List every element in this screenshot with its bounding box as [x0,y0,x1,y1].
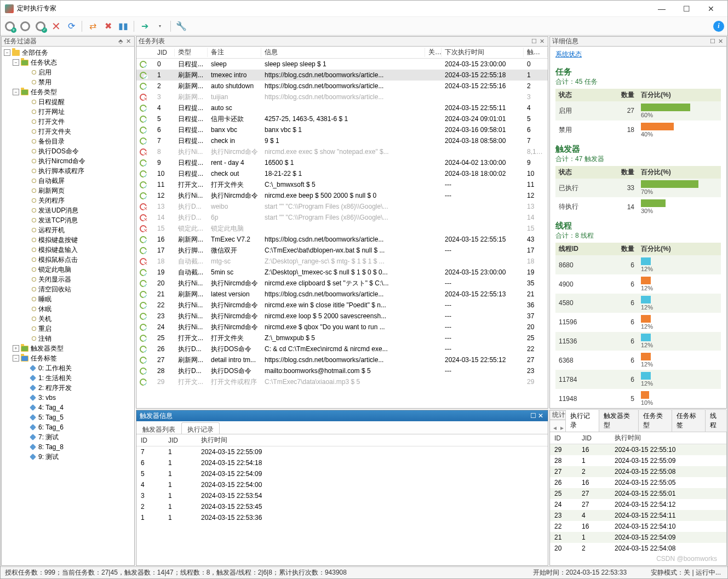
info-button[interactable]: i [713,21,724,32]
import-button[interactable]: ⇄ [87,20,99,32]
tree-item[interactable]: −任务状态 [2,58,134,67]
tree-item[interactable]: −任务类型 [2,87,134,97]
tree-item[interactable]: 自动截屏 [2,176,134,186]
edit-task-button[interactable] [19,20,31,32]
tree-item[interactable]: 4: Tag_4 [2,403,134,412]
stats-row[interactable]: 25272024-03-15 22:55:01 [550,488,726,499]
tree-item[interactable]: 关闭程序 [2,196,134,205]
task-row[interactable]: 23执行Ni...执行Nircmd命令nircmd.exe loop $ 5 2… [136,311,548,322]
stats-tab[interactable]: 触发器类型 [599,409,639,432]
task-row[interactable]: 18自动截...mtg-scZ:\Desktop\_range-sc\ $ mt… [136,256,548,267]
trigger-row[interactable]: 112024-03-15 22:53:36 [136,512,548,523]
tree-item[interactable]: 关机 [2,314,134,324]
tree-item[interactable]: 模拟键盘按键 [2,235,134,245]
tree-item[interactable]: 0: 工作相关 [2,363,134,373]
tree-item[interactable]: 执行脚本或程序 [2,166,134,176]
task-row[interactable]: 14执行D...6pstart "" "C:\\Program Files (x… [136,212,548,223]
stats-row[interactable]: 29162024-03-15 22:55:10 [550,444,726,455]
task-row[interactable]: 28执行D...执行DOS命令mailto:boomworks@hotmail.… [136,365,548,376]
pin-icon[interactable]: ⬘ [117,38,124,45]
tree-item[interactable]: 发送TCP消息 [2,215,134,225]
task-row[interactable]: 27刷新网...detail intro tm...https://blog.c… [136,354,548,365]
tree-item[interactable]: 打开文件 [2,117,134,127]
task-row[interactable]: 16刷新网...TmExec V7.2https://blog.csdn.net… [136,234,548,245]
tree-item[interactable]: 注销 [2,334,134,343]
tree-item[interactable]: 3: vbs [2,393,134,403]
enable-task-button[interactable] [35,20,47,32]
tree-item[interactable]: 备份目录 [2,136,134,146]
tree-item[interactable]: −全部任务 [2,48,134,58]
stats-row[interactable]: 2722024-03-15 22:55:08 [550,466,726,477]
stats-row[interactable]: 22162024-03-15 22:54:10 [550,521,726,532]
stats-row[interactable]: 2812024-03-15 22:55:09 [550,455,726,466]
tree-item[interactable]: 模拟键盘输入 [2,245,134,255]
maximize-panel-icon[interactable]: ☐ [529,412,537,420]
remove-button[interactable]: ✖ [102,20,114,32]
task-row[interactable]: 17执行脚...微信双开C:\TmExec\bat\dblopen-wx.bat… [136,245,548,256]
tree-item[interactable]: 打开网址 [2,107,134,117]
tree-item[interactable]: 7: 测试 [2,432,134,442]
stats-tab[interactable]: 任务标签 [672,409,706,432]
task-row[interactable]: 21刷新网...latest versionhttps://blog.csdn.… [136,289,548,300]
task-row[interactable]: 7日程提...check in9 $ 12024-03-18 08:58:007 [136,135,548,146]
task-row[interactable]: 26执行D...执行DOS命令C: & cd C:\TmExec\nircmd … [136,343,548,354]
stats-row[interactable]: 2342024-03-15 22:54:11 [550,510,726,521]
maximize-button[interactable]: ☐ [674,1,698,16]
task-row[interactable]: 1刷新网...tmexec introhttps://blog.csdn.net… [136,70,548,81]
tree-item[interactable]: 9: 测试 [2,452,134,462]
tab-trigger-list[interactable]: 触发器列表 [136,422,181,434]
stats-tab[interactable]: 任务类型 [638,409,672,432]
tree-item[interactable]: −任务标签 [2,353,134,363]
task-row[interactable]: 24执行Ni...执行Nircmd命令nircmd.exe $ qbox "Do… [136,322,548,333]
stats-tab[interactable]: 执行记录 [565,409,599,432]
trigger-row[interactable]: 712024-03-15 22:55:09 [136,446,548,457]
task-row[interactable]: 19自动截...5min scZ:\Desktop\_tmexec-sc $ n… [136,267,548,278]
tree-item[interactable]: 执行DOS命令 [2,146,134,156]
system-status-link[interactable]: 系统状态 [555,50,582,59]
task-row[interactable]: 12执行Ni...执行Nircmd命令nircmd.exe beep $ 500… [136,190,548,201]
maximize-panel-icon[interactable]: ☐ [709,38,716,45]
task-row[interactable]: 10日程提...check out18-21-22 $ 12024-03-18 … [136,168,548,179]
task-row[interactable]: 0日程提...sleepsleep sleep sleep $ 12024-03… [136,59,548,70]
tree-item[interactable]: 远程开机 [2,225,134,235]
tree-item[interactable]: 关闭显示器 [2,274,134,284]
trigger-row[interactable]: 412024-03-15 22:54:00 [136,479,548,490]
tree-item[interactable]: 执行Nircmd命令 [2,156,134,166]
trigger-row[interactable]: 512024-03-15 22:54:09 [136,468,548,479]
tree-item[interactable]: 休眠 [2,304,134,314]
close-panel-icon[interactable]: ✕ [538,38,546,45]
delete-task-button[interactable]: ✕ [50,20,62,32]
tree-item[interactable]: 睡眠 [2,294,134,304]
task-row[interactable]: 29打开文...打开文件或程序C:\TmExec7\data\xiaoai.mp… [136,376,548,387]
task-row[interactable]: 13执行D...weibostart "" "C:\\Program Files… [136,201,548,212]
tree-item[interactable]: 锁定此电脑 [2,265,134,274]
task-row[interactable]: 25打开文...打开文件夹Z:\_bmwxpub $ 5---25 [136,333,548,343]
stats-row[interactable]: 2112024-03-15 22:54:09 [550,532,726,543]
close-panel-icon[interactable]: ✕ [716,38,724,45]
trigger-row[interactable]: 212024-03-15 22:53:45 [136,501,548,512]
tree-item[interactable]: 重启 [2,324,134,334]
tree-item[interactable]: 8: Tag_8 [2,442,134,452]
tree-item[interactable]: 6: Tag_6 [2,422,134,432]
task-row[interactable]: 22执行Ni...执行Nircmd命令nircmd.exe win $ clos… [136,300,548,311]
tree-item[interactable]: 打开文件夹 [2,127,134,136]
tree-item[interactable]: 启用 [2,67,134,77]
refresh-button[interactable]: ⟳ [65,20,77,32]
maximize-panel-icon[interactable]: ☐ [530,38,538,45]
task-row[interactable]: 11打开文...打开文件夹C:\_bmwxsoft $ 5---11 [136,179,548,190]
tree-item[interactable]: +触发器类型 [2,343,134,353]
pause-button[interactable]: ▮▮ [117,20,129,32]
tree-item[interactable]: 日程提醒 [2,97,134,107]
trigger-row[interactable]: 612024-03-15 22:54:18 [136,457,548,468]
task-row[interactable]: 4日程提...auto sc2024-03-15 22:55:114 [136,102,548,113]
task-row[interactable]: 20执行Ni...执行Nircmd命令nircmd.exe clipboard … [136,278,548,289]
close-panel-icon[interactable]: ✕ [124,38,132,45]
tree-item[interactable]: 1: 生活相关 [2,373,134,383]
close-panel-icon[interactable]: ✕ [537,412,544,420]
tree-item[interactable]: 刷新网页 [2,186,134,196]
stats-tab[interactable]: 线程 [705,409,727,432]
stats-row[interactable]: 2022024-03-15 22:54:08 [550,543,726,554]
export-button[interactable]: ➔ [139,20,151,32]
tree-item[interactable]: 模拟鼠标点击 [2,255,134,265]
close-button[interactable]: ✕ [699,1,723,16]
